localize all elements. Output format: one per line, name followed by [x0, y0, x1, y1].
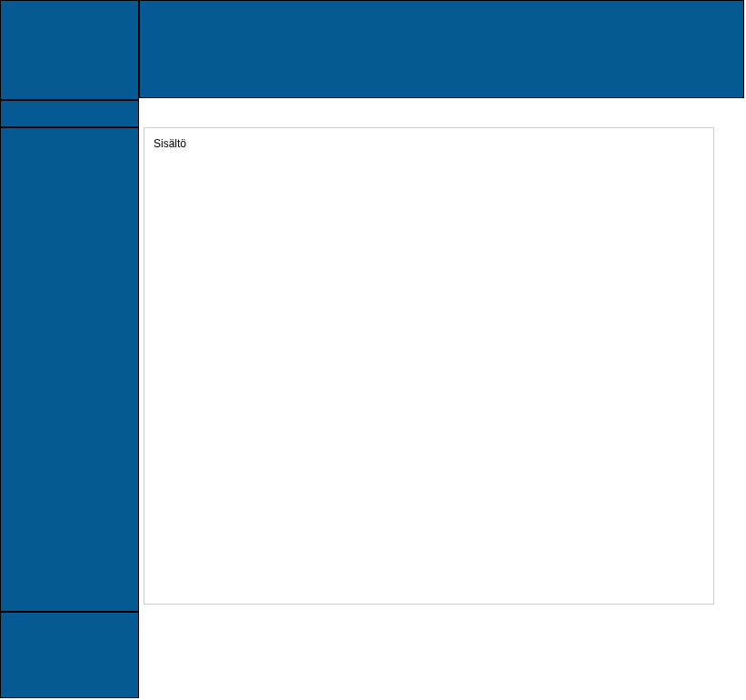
content-label: Sisältö [154, 137, 186, 150]
main-content-panel: Sisältö [144, 127, 714, 605]
header-logo-area [0, 0, 139, 100]
sidebar-navigation [0, 127, 139, 612]
sidebar-top-section [0, 100, 139, 127]
sidebar-bottom-section [0, 612, 139, 698]
page-container: Sisältö [0, 0, 746, 700]
header-banner [139, 0, 744, 98]
